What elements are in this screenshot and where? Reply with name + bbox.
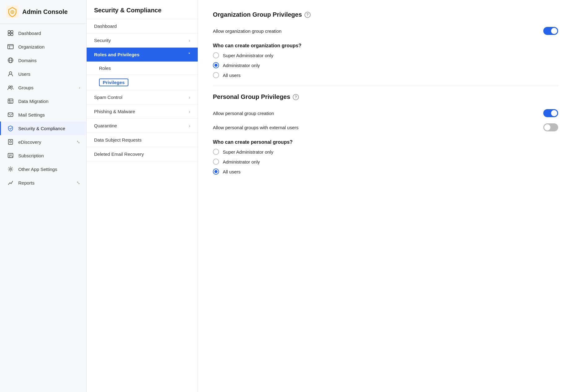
reports-icon: [7, 179, 14, 186]
sidebar-navigation: Dashboard Organization Dom: [0, 24, 86, 192]
personal-radio-admin-only-label: Administrator only: [223, 159, 260, 164]
svg-point-15: [11, 86, 13, 87]
middle-nav-spam-control-label: Spam Control: [94, 95, 123, 100]
middle-nav-data-subject-requests-label: Data Subject Requests: [94, 137, 141, 143]
sidebar-item-data-migration-label: Data Migration: [18, 99, 80, 104]
subscription-icon: [7, 152, 14, 159]
svg-rect-4: [11, 31, 13, 33]
org-allow-creation-row: Allow organization group creation: [213, 24, 558, 38]
sidebar-item-domains[interactable]: Domains: [0, 53, 86, 67]
sidebar-item-other-app-settings[interactable]: Other App Settings: [0, 162, 86, 176]
sidebar-item-mail-settings[interactable]: Mail Settings: [0, 108, 86, 121]
personal-who-can-create-title: Who can create personal groups?: [213, 139, 558, 145]
personal-radio-admin-only[interactable]: Administrator only: [213, 159, 558, 165]
personal-group-privileges-section: Personal Group Privileges ? Allow person…: [213, 93, 558, 175]
sidebar-item-domains-label: Domains: [18, 58, 80, 63]
personal-radio-group: Super Administrator only Administrator o…: [213, 149, 558, 175]
middle-nav-quarantine-label: Quarantine: [94, 123, 117, 128]
sidebar-item-users[interactable]: Users: [0, 67, 86, 81]
sub-item-roles-label: Roles: [99, 66, 111, 71]
org-radio-super-admin[interactable]: Super Administrator only: [213, 52, 558, 58]
sidebar-item-security-compliance-label: Security & Compliance: [18, 126, 80, 131]
svg-rect-17: [8, 113, 13, 117]
organization-icon: [7, 43, 14, 50]
quarantine-arrow-icon: ›: [189, 123, 190, 128]
middle-nav-data-subject-requests[interactable]: Data Subject Requests: [87, 133, 198, 147]
sidebar-item-organization[interactable]: Organization: [0, 40, 86, 53]
middle-nav-phishing-malware[interactable]: Phishing & Malware ›: [87, 104, 198, 119]
sidebar-item-ediscovery[interactable]: eDiscovery ⤡: [0, 135, 86, 149]
svg-rect-6: [11, 33, 13, 36]
middle-nav-roles-privileges-label: Roles and Privileges: [94, 52, 140, 57]
sidebar-item-subscription[interactable]: Subscription: [0, 149, 86, 162]
domains-icon: [7, 57, 14, 64]
spam-control-arrow-icon: ›: [189, 95, 190, 100]
data-migration-icon: [7, 98, 14, 104]
svg-rect-18: [8, 139, 13, 144]
reports-external-badge: ⤡: [76, 180, 80, 185]
section-divider: [213, 86, 558, 86]
dashboard-icon: [7, 30, 14, 36]
personal-toggle-knob: [551, 110, 557, 116]
security-compliance-icon: [7, 125, 14, 132]
middle-nav-spam-control[interactable]: Spam Control ›: [87, 90, 198, 104]
personal-allow-external-label: Allow personal groups with external user…: [213, 125, 299, 130]
org-radio-all-users[interactable]: All users: [213, 72, 558, 78]
personal-radio-super-admin-circle: [213, 149, 219, 155]
mail-settings-icon: [7, 111, 14, 118]
org-allow-creation-label: Allow organization group creation: [213, 28, 282, 34]
middle-panel-title: Security & Compliance: [94, 7, 162, 14]
sub-item-roles[interactable]: Roles: [87, 62, 198, 75]
personal-external-toggle-knob: [544, 124, 550, 130]
personal-radio-super-admin[interactable]: Super Administrator only: [213, 149, 558, 155]
personal-radio-admin-only-circle: [213, 159, 219, 165]
sidebar-item-other-app-settings-label: Other App Settings: [18, 167, 80, 172]
personal-radio-all-users-label: All users: [223, 169, 241, 174]
org-allow-creation-toggle[interactable]: [543, 27, 558, 35]
svg-point-21: [10, 168, 11, 170]
sidebar-item-security-compliance[interactable]: Security & Compliance: [0, 121, 86, 135]
sidebar-item-reports[interactable]: Reports ⤡: [0, 176, 86, 190]
sidebar-item-dashboard[interactable]: Dashboard: [0, 26, 86, 40]
middle-nav-roles-privileges[interactable]: Roles and Privileges ˅: [87, 48, 198, 62]
sidebar-item-mail-settings-label: Mail Settings: [18, 112, 80, 117]
groups-arrow-icon: ›: [79, 85, 80, 90]
org-help-icon[interactable]: ?: [304, 12, 311, 18]
middle-nav-deleted-email-recovery-label: Deleted Email Recovery: [94, 151, 144, 157]
personal-help-icon[interactable]: ?: [293, 94, 299, 100]
middle-nav-security-label: Security: [94, 38, 111, 43]
sidebar-item-organization-label: Organization: [18, 44, 80, 49]
org-radio-all-users-circle: [213, 72, 219, 78]
app-logo-icon: [6, 6, 19, 18]
sidebar-item-subscription-label: Subscription: [18, 153, 80, 158]
svg-point-2: [12, 11, 13, 13]
sidebar-item-data-migration[interactable]: Data Migration: [0, 94, 86, 108]
phishing-malware-arrow-icon: ›: [189, 109, 190, 114]
middle-nav-deleted-email-recovery[interactable]: Deleted Email Recovery: [87, 147, 198, 161]
middle-nav-quarantine[interactable]: Quarantine ›: [87, 119, 198, 133]
sidebar-header: Admin Console: [0, 0, 86, 24]
org-radio-all-users-label: All users: [223, 73, 241, 78]
svg-rect-7: [8, 45, 13, 49]
sub-item-privileges-label: Privileges: [99, 79, 128, 86]
org-toggle-knob: [551, 28, 557, 34]
groups-icon: [7, 84, 14, 91]
personal-allow-creation-toggle[interactable]: [543, 109, 558, 117]
ediscovery-external-badge: ⤡: [76, 139, 80, 144]
sidebar-item-reports-label: Reports: [18, 180, 76, 185]
personal-allow-creation-row: Allow personal group creation: [213, 106, 558, 120]
personal-allow-external-toggle[interactable]: [543, 123, 558, 131]
org-radio-admin-only[interactable]: Administrator only: [213, 62, 558, 68]
personal-allow-creation-label: Allow personal group creation: [213, 111, 274, 116]
sidebar-item-ediscovery-label: eDiscovery: [18, 139, 76, 145]
middle-nav-security[interactable]: Security ›: [87, 33, 198, 48]
sidebar-item-dashboard-label: Dashboard: [18, 31, 80, 36]
middle-panel: Security & Compliance Dashboard Security…: [87, 0, 198, 392]
roles-privileges-chevron-icon: ˅: [188, 52, 190, 57]
org-radio-super-admin-label: Super Administrator only: [223, 53, 273, 58]
sidebar-item-groups[interactable]: Groups ›: [0, 81, 86, 94]
personal-radio-all-users-circle: [213, 168, 219, 175]
personal-radio-all-users[interactable]: All users: [213, 168, 558, 175]
sub-item-privileges[interactable]: Privileges: [87, 75, 198, 90]
middle-nav-dashboard[interactable]: Dashboard: [87, 19, 198, 33]
